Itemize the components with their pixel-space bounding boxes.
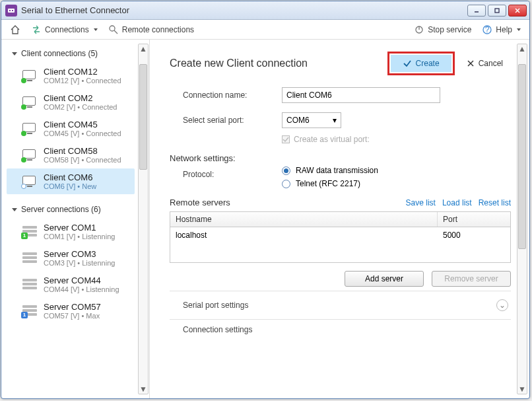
minimize-button[interactable] (467, 5, 486, 17)
remote-label: Remote connections (122, 25, 194, 34)
dropdown-caret-icon (94, 28, 98, 31)
save-list-link[interactable]: Save list (406, 198, 436, 207)
conn-status: COM12 [V] • Connected (44, 77, 121, 85)
table-row[interactable]: localhost 5000 (170, 227, 510, 243)
conn-status: COM57 [V] • Max (44, 312, 101, 320)
remove-server-button: Remove server (432, 271, 511, 287)
connection-settings-label: Connection settings (183, 325, 252, 334)
conn-status: COM45 [V] • Connected (44, 129, 121, 137)
client-icon (22, 176, 37, 188)
scroll-down-icon[interactable]: ▼ (139, 384, 148, 394)
sidebar-scrollbar[interactable]: ▲ ▼ (138, 44, 149, 394)
virtual-port-label: Create as virtual port: (294, 135, 370, 144)
scroll-down-icon[interactable]: ▼ (517, 384, 527, 394)
serial-port-value: COM6 (286, 116, 310, 125)
server-icon: 1 (22, 305, 37, 317)
th-port[interactable]: Port (438, 212, 510, 227)
close-icon (467, 59, 475, 67)
sidebar-server-item[interactable]: Server COM44COM44 [V] • Listenning (7, 272, 135, 297)
svg-rect-2 (12, 10, 13, 11)
chevron-down-icon: ▾ (333, 116, 337, 125)
stop-service-button[interactable]: Stop service (411, 22, 475, 37)
power-icon (414, 24, 424, 35)
app-window: Serial to Ethernet Connector Connections… (1, 1, 530, 399)
arrows-icon (31, 24, 42, 35)
svg-rect-1 (9, 10, 11, 11)
conn-name: Server COM44 (44, 275, 119, 285)
add-server-button[interactable]: Add server (345, 271, 424, 287)
connections-menu[interactable]: Connections (28, 22, 101, 37)
server-icon (22, 279, 37, 291)
th-hostname[interactable]: Hostname (170, 212, 438, 227)
window-title: Serial to Ethernet Connector (21, 5, 467, 15)
scroll-thumb[interactable] (139, 64, 147, 170)
conn-name: Server COM3 (44, 249, 115, 259)
maximize-button[interactable] (488, 5, 506, 17)
protocol-raw-radio[interactable] (282, 166, 290, 175)
checkbox-icon (282, 135, 290, 143)
main-panel: Create new Client connection Create Canc… (150, 40, 529, 398)
protocol-telnet-radio[interactable] (282, 180, 290, 188)
close-button[interactable] (508, 5, 527, 17)
add-server-label: Add server (365, 274, 403, 283)
search-icon (108, 24, 119, 35)
network-settings-title: Network settings: (170, 153, 511, 163)
remote-connections-button[interactable]: Remote connections (105, 22, 197, 37)
conn-status: COM44 [V] • Listenning (44, 285, 119, 293)
serial-settings-label: Serial port settings (183, 301, 248, 310)
dropdown-caret-icon (517, 28, 521, 31)
serial-port-settings-expander[interactable]: Serial port settings ⌄ (170, 291, 511, 316)
load-list-link[interactable]: Load list (442, 198, 472, 207)
scroll-up-icon[interactable]: ▲ (139, 44, 148, 54)
sidebar-client-item-selected[interactable]: Client COM6COM6 [V] • New (7, 168, 135, 194)
sidebar-server-item[interactable]: 1 Server COM1COM1 [V] • Listenning (7, 219, 135, 244)
client-icon (22, 149, 37, 161)
conn-status: COM58 [V] • Connected (44, 156, 121, 164)
sidebar-server-item[interactable]: 1 Server COM57COM57 [V] • Max (7, 298, 135, 324)
protocol-label: Protocol: (183, 170, 282, 179)
connection-name-input[interactable] (282, 87, 440, 103)
client-icon (22, 70, 37, 82)
sidebar-client-item[interactable]: Client COM45COM45 [V] • Connected (7, 116, 135, 141)
cancel-button[interactable]: Cancel (459, 55, 511, 72)
server-header-label: Server connections (6) (21, 205, 101, 214)
serial-port-select[interactable]: COM6 ▾ (282, 112, 341, 128)
sidebar-server-item[interactable]: Server COM3COM3 [V] • Listenning (7, 245, 135, 271)
connections-label: Connections (45, 25, 89, 34)
svg-line-8 (114, 30, 117, 34)
protocol-telnet-label: Telnet (RFC 2217) (296, 179, 360, 188)
stop-label: Stop service (428, 25, 471, 34)
svg-rect-0 (8, 9, 15, 13)
connection-name-label: Connection name: (183, 91, 282, 100)
sidebar-client-item[interactable]: Client COM58COM58 [V] • Connected (7, 142, 135, 168)
help-icon: ? (482, 24, 492, 35)
app-icon (5, 5, 17, 17)
help-menu[interactable]: ? Help (479, 22, 524, 37)
create-label: Create (416, 59, 440, 68)
create-button[interactable]: Create (391, 55, 451, 72)
chevron-down-icon: ⌄ (496, 299, 508, 311)
page-title: Create new Client connection (170, 57, 387, 69)
client-connections-header[interactable]: Client connections (5) (5, 45, 147, 62)
create-highlight: Create (387, 52, 455, 75)
cell-port: 5000 (438, 229, 510, 241)
client-header-label: Client connections (5) (21, 49, 98, 58)
server-connections-header[interactable]: Server connections (6) (5, 201, 147, 218)
chevron-down-icon (12, 208, 17, 211)
reset-list-link[interactable]: Reset list (479, 198, 511, 207)
sidebar: Client connections (5) Client COM12COM12… (1, 40, 150, 398)
connection-settings-expander[interactable]: Connection settings (170, 319, 511, 334)
remote-servers-table: Hostname Port localhost 5000 (170, 211, 511, 263)
scroll-up-icon[interactable]: ▲ (517, 44, 527, 54)
home-button[interactable] (7, 22, 24, 37)
server-icon: 1 (22, 226, 37, 238)
client-icon (22, 123, 37, 135)
conn-name: Client COM2 (44, 93, 117, 103)
scroll-thumb[interactable] (518, 64, 526, 249)
chevron-down-icon (12, 52, 17, 55)
remote-servers-title: Remote servers (170, 198, 399, 207)
sidebar-client-item[interactable]: Client COM2COM2 [V] • Connected (7, 89, 135, 115)
main-scrollbar[interactable]: ▲ ▼ (517, 44, 527, 394)
check-icon (403, 59, 412, 68)
sidebar-client-item[interactable]: Client COM12COM12 [V] • Connected (7, 63, 135, 89)
